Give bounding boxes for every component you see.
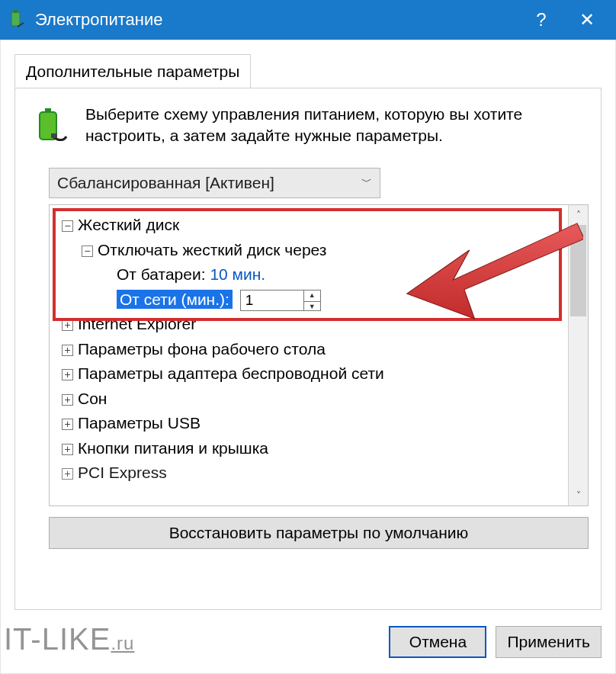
tab-advanced[interactable]: Дополнительные параметры — [14, 54, 251, 88]
apply-button[interactable]: Применить — [496, 626, 602, 658]
tree-node-desktop-bg[interactable]: +Параметры фона рабочего стола — [62, 337, 582, 362]
tree-node-pci[interactable]: +PCI Express — [62, 461, 582, 486]
collapse-icon[interactable]: − — [82, 246, 93, 257]
expand-icon[interactable]: + — [62, 369, 73, 380]
settings-tree: −Жесткий диск −Отключать жесткий диск че… — [49, 204, 589, 506]
setting-plugged-in[interactable]: От сети (мин.): ▲ ▼ — [62, 287, 582, 313]
power-plan-value: Сбалансированная [Активен] — [57, 174, 274, 192]
plugged-label-selected: От сети (мин.): — [117, 290, 233, 309]
power-plan-dropdown[interactable]: Сбалансированная [Активен] ﹀ — [49, 168, 380, 198]
tab-strip: Дополнительные параметры — [14, 54, 602, 88]
svg-rect-4 — [51, 133, 57, 138]
scroll-up-icon[interactable]: ˄ — [569, 205, 588, 225]
dialog-buttons: Отмена Применить — [389, 626, 602, 658]
cancel-button[interactable]: Отмена — [389, 626, 486, 658]
battery-icon — [27, 104, 72, 148]
watermark: IT-LIKE.ru — [4, 622, 134, 656]
tree-node-ie[interactable]: +Internet Explorer — [62, 312, 582, 337]
setting-on-battery[interactable]: От батареи: 10 мин. — [62, 262, 582, 287]
svg-rect-0 — [11, 12, 20, 26]
tree-node-usb[interactable]: +Параметры USB — [62, 411, 582, 436]
tree-node-hard-disk[interactable]: −Жесткий диск — [62, 213, 582, 238]
tree-node-sleep[interactable]: +Сон — [62, 387, 582, 412]
collapse-icon[interactable]: − — [62, 220, 73, 232]
plugged-value-input[interactable] — [241, 290, 303, 310]
tab-panel: Выберите схему управления питанием, кото… — [14, 88, 602, 610]
spin-down-icon[interactable]: ▼ — [304, 302, 320, 313]
tree-node-wireless[interactable]: +Параметры адаптера беспроводной сети — [62, 361, 582, 387]
expand-icon[interactable]: + — [62, 444, 73, 455]
power-icon — [6, 9, 27, 30]
intro-row: Выберите схему управления питанием, кото… — [27, 104, 589, 148]
help-button[interactable]: ? — [518, 0, 564, 40]
spin-up-icon[interactable]: ▲ — [304, 290, 320, 302]
tree-scrollbar[interactable]: ˄ ˅ — [568, 205, 588, 505]
expand-icon[interactable]: + — [62, 468, 73, 480]
svg-rect-1 — [14, 10, 18, 13]
expand-icon[interactable]: + — [62, 394, 73, 406]
svg-rect-3 — [45, 108, 51, 113]
battery-value[interactable]: 10 мин. — [210, 265, 265, 283]
intro-text: Выберите схему управления питанием, кото… — [85, 104, 589, 148]
close-button[interactable]: ✕ — [564, 0, 610, 40]
expand-icon[interactable]: + — [62, 319, 73, 331]
tree-node-turn-off-hdd[interactable]: −Отключать жесткий диск через — [62, 238, 582, 263]
plugged-value-spinner[interactable]: ▲ ▼ — [240, 290, 321, 311]
scroll-down-icon[interactable]: ˅ — [569, 486, 588, 505]
client-area: Дополнительные параметры Выберите схему … — [0, 40, 616, 674]
restore-defaults-button[interactable]: Восстановить параметры по умолчанию — [49, 517, 589, 549]
scroll-thumb[interactable] — [570, 225, 586, 316]
expand-icon[interactable]: + — [62, 345, 73, 356]
chevron-down-icon: ﹀ — [361, 175, 372, 189]
expand-icon[interactable]: + — [62, 419, 73, 430]
window-title: Электропитание — [35, 10, 518, 30]
title-bar: Электропитание ? ✕ — [0, 0, 616, 40]
tree-node-power-buttons[interactable]: +Кнопки питания и крышка — [62, 436, 582, 461]
